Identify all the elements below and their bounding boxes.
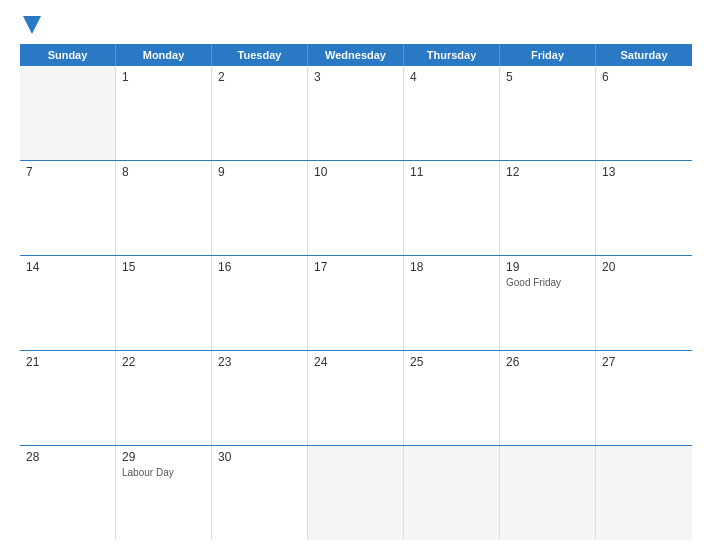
day-number: 28: [26, 450, 109, 464]
day-number: 30: [218, 450, 301, 464]
day-number: 20: [602, 260, 686, 274]
cal-cell-w1-d6: 5: [500, 66, 596, 160]
cal-cell-w2-d3: 9: [212, 161, 308, 255]
logo-icon: [23, 16, 41, 34]
weekday-sunday: Sunday: [20, 44, 116, 66]
week-row-4: 21222324252627: [20, 351, 692, 446]
weekday-friday: Friday: [500, 44, 596, 66]
cal-cell-w1-d1: [20, 66, 116, 160]
cal-cell-w1-d2: 1: [116, 66, 212, 160]
day-number: 23: [218, 355, 301, 369]
calendar: Sunday Monday Tuesday Wednesday Thursday…: [20, 44, 692, 540]
week-row-2: 78910111213: [20, 161, 692, 256]
holiday-label: Labour Day: [122, 466, 205, 479]
cal-cell-w4-d7: 27: [596, 351, 692, 445]
day-number: 21: [26, 355, 109, 369]
cal-cell-w3-d3: 16: [212, 256, 308, 350]
week-row-3: 141516171819Good Friday20: [20, 256, 692, 351]
cal-cell-w2-d7: 13: [596, 161, 692, 255]
cal-cell-w1-d3: 2: [212, 66, 308, 160]
page-header: [20, 16, 692, 34]
calendar-body: 12345678910111213141516171819Good Friday…: [20, 66, 692, 540]
cal-cell-w2-d4: 10: [308, 161, 404, 255]
day-number: 22: [122, 355, 205, 369]
cal-cell-w5-d1: 28: [20, 446, 116, 540]
week-row-5: 2829Labour Day30: [20, 446, 692, 540]
cal-cell-w3-d5: 18: [404, 256, 500, 350]
day-number: 16: [218, 260, 301, 274]
cal-cell-w5-d5: [404, 446, 500, 540]
week-row-1: 123456: [20, 66, 692, 161]
cal-cell-w1-d7: 6: [596, 66, 692, 160]
weekday-header-row: Sunday Monday Tuesday Wednesday Thursday…: [20, 44, 692, 66]
day-number: 5: [506, 70, 589, 84]
day-number: 19: [506, 260, 589, 274]
cal-cell-w2-d6: 12: [500, 161, 596, 255]
day-number: 6: [602, 70, 686, 84]
weekday-thursday: Thursday: [404, 44, 500, 66]
cal-cell-w2-d1: 7: [20, 161, 116, 255]
day-number: 10: [314, 165, 397, 179]
weekday-wednesday: Wednesday: [308, 44, 404, 66]
day-number: 1: [122, 70, 205, 84]
cal-cell-w3-d6: 19Good Friday: [500, 256, 596, 350]
day-number: 12: [506, 165, 589, 179]
day-number: 9: [218, 165, 301, 179]
day-number: 18: [410, 260, 493, 274]
day-number: 4: [410, 70, 493, 84]
cal-cell-w4-d4: 24: [308, 351, 404, 445]
calendar-page: Sunday Monday Tuesday Wednesday Thursday…: [0, 0, 712, 550]
cal-cell-w3-d7: 20: [596, 256, 692, 350]
cal-cell-w1-d4: 3: [308, 66, 404, 160]
cal-cell-w5-d7: [596, 446, 692, 540]
day-number: 24: [314, 355, 397, 369]
day-number: 11: [410, 165, 493, 179]
cal-cell-w4-d5: 25: [404, 351, 500, 445]
weekday-saturday: Saturday: [596, 44, 692, 66]
logo: [20, 16, 41, 34]
cal-cell-w1-d5: 4: [404, 66, 500, 160]
cal-cell-w3-d2: 15: [116, 256, 212, 350]
day-number: 13: [602, 165, 686, 179]
cal-cell-w3-d4: 17: [308, 256, 404, 350]
cal-cell-w4-d6: 26: [500, 351, 596, 445]
svg-marker-0: [23, 16, 41, 34]
cal-cell-w3-d1: 14: [20, 256, 116, 350]
day-number: 25: [410, 355, 493, 369]
day-number: 2: [218, 70, 301, 84]
cal-cell-w4-d2: 22: [116, 351, 212, 445]
day-number: 3: [314, 70, 397, 84]
cal-cell-w5-d3: 30: [212, 446, 308, 540]
day-number: 27: [602, 355, 686, 369]
day-number: 8: [122, 165, 205, 179]
day-number: 7: [26, 165, 109, 179]
cal-cell-w5-d4: [308, 446, 404, 540]
weekday-tuesday: Tuesday: [212, 44, 308, 66]
cal-cell-w2-d2: 8: [116, 161, 212, 255]
day-number: 17: [314, 260, 397, 274]
cal-cell-w5-d2: 29Labour Day: [116, 446, 212, 540]
cal-cell-w4-d3: 23: [212, 351, 308, 445]
day-number: 29: [122, 450, 205, 464]
holiday-label: Good Friday: [506, 276, 589, 289]
cal-cell-w5-d6: [500, 446, 596, 540]
day-number: 26: [506, 355, 589, 369]
cal-cell-w4-d1: 21: [20, 351, 116, 445]
weekday-monday: Monday: [116, 44, 212, 66]
day-number: 14: [26, 260, 109, 274]
cal-cell-w2-d5: 11: [404, 161, 500, 255]
day-number: 15: [122, 260, 205, 274]
